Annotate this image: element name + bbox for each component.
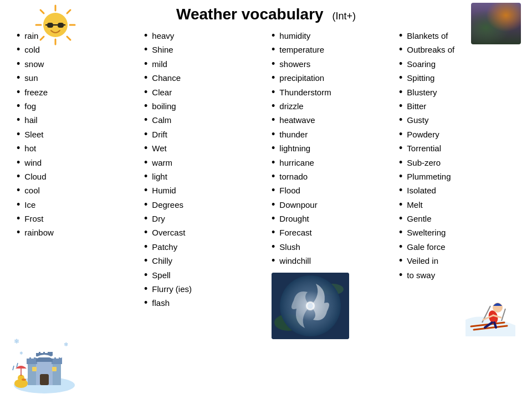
list-item: •Wet xyxy=(144,141,260,155)
list-item: •mild xyxy=(144,57,260,71)
list-item: •sun xyxy=(17,71,133,85)
bullet-icon: • xyxy=(144,198,147,211)
list-item: •Flurry (ies) xyxy=(144,282,260,296)
bullet-icon: • xyxy=(399,142,402,155)
list-item: •Sleet xyxy=(17,127,133,141)
bullet-icon: • xyxy=(272,212,275,225)
svg-rect-41 xyxy=(40,350,43,353)
hurricane-satellite-image xyxy=(272,273,349,339)
list-item: •Dry xyxy=(144,212,260,226)
list-item: •Chance xyxy=(144,71,260,85)
bullet-icon: • xyxy=(399,86,402,99)
list-item: •windchill xyxy=(272,254,388,268)
bullet-icon: • xyxy=(144,226,147,239)
svg-rect-33 xyxy=(28,363,36,385)
bullet-icon: • xyxy=(144,170,147,183)
bullet-icon: • xyxy=(399,71,402,84)
bullet-icon: • xyxy=(17,184,20,197)
list-item: •Melt xyxy=(399,198,515,212)
list-item: •Drought xyxy=(272,212,388,226)
list-item: •snow xyxy=(17,57,133,71)
svg-rect-45 xyxy=(40,374,49,385)
list-item: •Humid xyxy=(144,183,260,197)
list-item: •Cloud xyxy=(17,170,133,183)
word-list-4: •Blankets of •Outbreaks of •Soaring •Spi… xyxy=(399,29,515,282)
list-item: •Chilly xyxy=(144,254,260,268)
bullet-icon: • xyxy=(17,58,20,70)
bullet-icon: • xyxy=(399,29,402,42)
svg-line-25 xyxy=(502,309,505,321)
bullet-icon: • xyxy=(144,184,147,197)
list-item: •Plummeting xyxy=(399,170,515,183)
list-item: •boiling xyxy=(144,99,260,113)
list-item: •wind xyxy=(17,156,133,170)
bullet-icon: • xyxy=(272,226,275,239)
list-item: •Flood xyxy=(272,183,388,197)
svg-rect-42 xyxy=(45,350,48,353)
bullet-icon: • xyxy=(144,254,147,267)
svg-rect-10 xyxy=(58,23,64,28)
list-item: •Forecast xyxy=(272,226,388,239)
list-item: •Ice xyxy=(17,198,133,212)
list-item: •Clear xyxy=(144,85,260,99)
bullet-icon: • xyxy=(399,226,402,239)
bullet-icon: • xyxy=(17,43,20,56)
bullet-icon: • xyxy=(272,170,275,183)
list-item: •heatwave xyxy=(272,113,388,127)
bullet-icon: • xyxy=(17,226,20,239)
list-item: •Gusty xyxy=(399,113,515,127)
bullet-icon: • xyxy=(144,100,147,112)
svg-line-6 xyxy=(67,10,70,13)
list-item: •fog xyxy=(17,99,133,113)
bullet-icon: • xyxy=(144,71,147,84)
svg-point-53 xyxy=(22,378,26,381)
storm-image xyxy=(471,3,521,44)
bullet-icon: • xyxy=(17,86,20,99)
list-item: •warm xyxy=(144,156,260,170)
list-item: •precipitation xyxy=(272,71,388,85)
svg-text:❄: ❄ xyxy=(64,341,68,347)
bullet-icon: • xyxy=(399,156,402,169)
list-item: •thunder xyxy=(272,127,388,141)
list-item: •Gentle xyxy=(399,212,515,226)
list-item: •Gale force xyxy=(399,240,515,254)
bullet-icon: • xyxy=(144,58,147,70)
bullet-icon: • xyxy=(272,241,275,253)
bullet-icon: • xyxy=(399,114,402,126)
bullet-icon: • xyxy=(144,269,147,282)
list-item: •hot xyxy=(17,141,133,155)
bullet-icon: • xyxy=(399,100,402,112)
list-item: •Slush xyxy=(272,240,388,254)
list-item: •flash xyxy=(144,296,260,310)
winter-scene-illustration: ❄ ❄ ❄ xyxy=(11,332,78,393)
bullet-icon: • xyxy=(144,212,147,225)
svg-rect-9 xyxy=(47,23,53,28)
bullet-icon: • xyxy=(17,100,20,112)
list-item: •Calm xyxy=(144,113,260,127)
svg-line-7 xyxy=(40,37,44,40)
list-item: •Torrential xyxy=(399,141,515,155)
svg-line-5 xyxy=(67,37,70,40)
skier-illustration xyxy=(466,287,515,336)
list-item: •Blustery xyxy=(399,85,515,99)
list-item: •Drift xyxy=(144,127,260,141)
bullet-icon: • xyxy=(17,128,20,141)
bullet-icon: • xyxy=(399,241,402,253)
vocabulary-content: •rain •cold •snow •sun •freeze •fog •hai… xyxy=(0,23,532,345)
list-item: •Frost xyxy=(17,212,133,226)
list-item: •Degrees xyxy=(144,198,260,212)
bullet-icon: • xyxy=(144,29,147,42)
bullet-icon: • xyxy=(272,29,275,42)
list-item: •Soaring xyxy=(399,57,515,71)
svg-line-29 xyxy=(494,323,496,328)
list-item: •Sub-zero xyxy=(399,156,515,170)
bullet-icon: • xyxy=(272,86,275,99)
bullet-icon: • xyxy=(17,212,20,225)
list-item: •hail xyxy=(17,113,133,127)
list-item: •Isolated xyxy=(399,183,515,197)
column-1: •rain •cold •snow •sun •freeze •fog •hai… xyxy=(11,29,139,339)
bullet-icon: • xyxy=(17,142,20,155)
bullet-icon: • xyxy=(272,114,275,126)
bullet-icon: • xyxy=(144,296,147,309)
list-item: •temperature xyxy=(272,43,388,57)
